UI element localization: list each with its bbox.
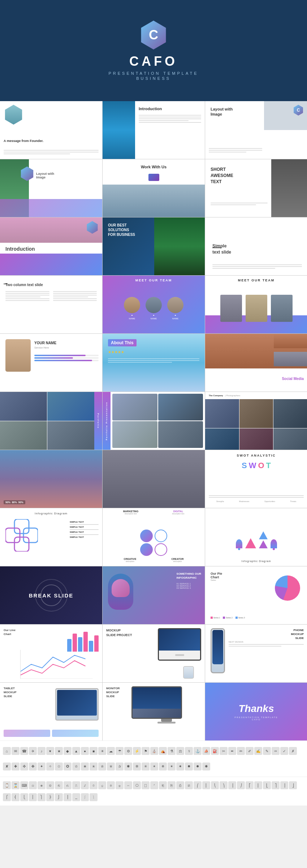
slide-something-infographic[interactable]: SOMETHING OURINFOGRAPHIC 01 SERVICE 1 02… [103, 566, 205, 624]
slide-about-this[interactable]: About This ★★★★★ [103, 334, 205, 392]
swot-t: T [266, 461, 271, 470]
icon-item: ⍾ [29, 781, 37, 789]
slide-two-column[interactable]: Two column text slide [0, 276, 102, 333]
icon-item: ✫ [72, 763, 80, 770]
slide-social-media[interactable]: Social Media [205, 334, 307, 392]
swot-letters: S W O T [205, 461, 307, 470]
header: C CAFO PRESENTATION TEMPLATE BUSINESS [0, 0, 307, 101]
slide-company-photos[interactable]: The Company | Photographers [205, 392, 307, 450]
icon-item: ⎑ [107, 781, 115, 789]
logo-letter: C [149, 27, 158, 43]
slide-grid: A message from Founder. Introduction C L… [0, 101, 307, 740]
founder-title: A message from Founder. [4, 139, 43, 143]
intro-image [103, 101, 135, 159]
slide-break[interactable]: BREAK SLIDE [0, 566, 102, 624]
icon-item: ✸ [185, 763, 193, 770]
icon-item: ⎫ [38, 793, 46, 801]
monitor-title: MONITORMOCKUPSLIDE [106, 686, 120, 699]
icon-item: ⎜ [202, 781, 210, 789]
slide-portfolio-1[interactable]: Portfolio [0, 392, 102, 450]
icon-item: ⎤ [272, 781, 280, 789]
slide-layout-image[interactable]: C Layout withImage [205, 101, 307, 159]
slide-pie-chart[interactable]: Our PieChart Sales Series 1 Series 2 Ser… [205, 566, 307, 624]
slide-your-name[interactable]: YOUR NAME Service Here [0, 334, 102, 392]
icon-item: ✹ [194, 763, 202, 770]
icon-item: ⚕ [185, 747, 193, 755]
slide-mountain[interactable]: 90% 80% 90% [0, 450, 102, 508]
logo-hexagon: C [139, 21, 168, 49]
slide-line-chart[interactable]: Our LineChart [0, 625, 102, 682]
slide-street[interactable] [103, 450, 205, 508]
slide-thanks[interactable]: Thanks PRESENTATION TEMPLATECAFO [205, 683, 307, 740]
figure-eight [140, 530, 167, 556]
phone-device [211, 628, 225, 673]
mountain-label: 90% 80% 90% [4, 500, 25, 504]
thanks-sub: PRESENTATION TEMPLATECAFO [234, 716, 278, 721]
slide-introduction-2[interactable]: Introduction [0, 217, 102, 275]
icon-item: ⎧ [3, 793, 11, 801]
icon-item: ⎥ [280, 781, 288, 789]
layout-top-image [264, 101, 307, 130]
icon-item: ■ [90, 747, 98, 755]
swot-o: O [258, 461, 264, 470]
slide-work-with-us[interactable]: Work With Us [103, 159, 205, 217]
slide-infographic-1[interactable]: Infographic Diagram SIMPLE TEXT SIMPLE T… [0, 508, 102, 566]
slide-swot[interactable]: SWOT ANALYSTIC S W O T Strengths Weaknes… [205, 450, 307, 508]
person-photo [5, 339, 31, 372]
icon-item: ● [81, 747, 89, 755]
icon-item: ✵ [159, 763, 167, 770]
icon-item: ⎒ [116, 781, 124, 789]
slide-solutions[interactable]: OUR BESTSOLUTIONSFOR BUSINESS [103, 217, 205, 275]
intro-title: Introduction [139, 107, 162, 111]
icon-item: ✐ [246, 747, 254, 755]
slide-phone-mockup[interactable]: PHONEMOCKUPSLIDE NEXT DESIGN [205, 625, 307, 682]
slide-meet-team-2[interactable]: MEET OUR TEAM [205, 276, 307, 333]
slide-meet-team-1[interactable]: MEET OUR TEAM NAME NAME NAME [103, 276, 205, 333]
layout-label: Layout withImage [36, 172, 54, 179]
icon-item: ⎎ [81, 781, 89, 789]
slide-infographic-2[interactable]: MARKETING description text DIGITAL descr… [103, 508, 205, 566]
work-background-image [103, 185, 205, 217]
slide-monitor-mockup[interactable]: MONITORMOCKUPSLIDE [103, 683, 205, 740]
icon-item: ✒ [228, 747, 236, 755]
icon-item: ⌂ [3, 747, 11, 755]
icon-item: ★ [55, 747, 63, 755]
icon-item: ⎚ [185, 781, 193, 789]
icon-item: ✂ [220, 747, 228, 755]
icon-item: ✓ [280, 747, 288, 755]
icon-item: ⎣ [263, 781, 271, 789]
portfolio-sidebar: Portfolio [94, 392, 102, 450]
swot-w: W [249, 461, 256, 470]
icon-item: ⚑ [142, 747, 150, 755]
pie-legend: Series 1 Series 2 Series 3 [211, 617, 302, 619]
icon-item: ✰ [116, 763, 124, 770]
slide-tablet-mockup[interactable]: TABLETMOCKUPSLIDE [0, 683, 102, 740]
break-title: BREAK SLIDE [29, 592, 74, 599]
brand-sub2: BUSINESS [136, 76, 171, 81]
bar-chart-mini [67, 630, 99, 652]
icon-item: ✪ [64, 763, 72, 770]
icon-item: ✜ [20, 763, 28, 770]
icon-item: ⌛ [12, 781, 20, 789]
gradient-bar [0, 199, 102, 217]
icon-item: ✏ [237, 747, 245, 755]
something-text: SOMETHING OURINFOGRAPHIC 01 SERVICE 1 02… [177, 572, 201, 589]
slide-infographic-3[interactable]: Infographic Diagram [205, 508, 307, 566]
icon-item: ✧ [46, 763, 54, 770]
icon-item: ⎩ [20, 793, 28, 801]
icon-item: ✬ [81, 763, 89, 770]
icon-item: ⎪ [29, 793, 37, 801]
slide-portfolio-2[interactable]: Portfolio Presentation [103, 392, 205, 450]
slide-short-awesome[interactable]: SHORTAWESOMETEXT [205, 159, 307, 217]
work-icon [148, 174, 159, 181]
slide-introduction[interactable]: Introduction [103, 101, 205, 159]
icon-item: ✲ [133, 763, 141, 770]
icon-item: ⎊ [46, 781, 54, 789]
slide-simple-text[interactable]: Simpletext slide [205, 217, 307, 275]
slide-mockup-project[interactable]: MOCKUPSLIDE PROJECT [103, 625, 205, 682]
slide-founder[interactable]: A message from Founder. [0, 101, 102, 159]
portfolio2-sidebar: Portfolio Presentation [103, 392, 111, 450]
slide-layout-with-image-2[interactable]: Layout withImage [0, 159, 102, 217]
infographic-title-1: Infographic Diagram [0, 512, 102, 515]
team-title-1: MEET OUR TEAM [103, 278, 205, 282]
